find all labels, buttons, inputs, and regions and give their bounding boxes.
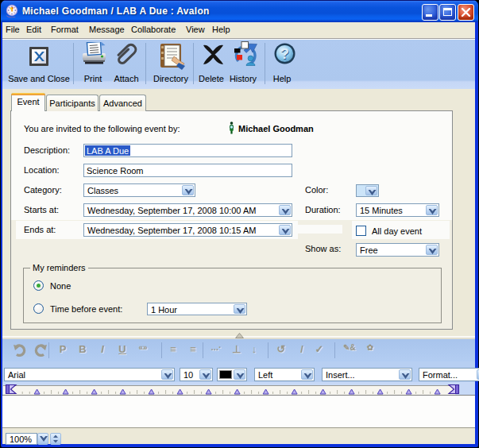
svg-text:?: ?	[280, 46, 289, 62]
